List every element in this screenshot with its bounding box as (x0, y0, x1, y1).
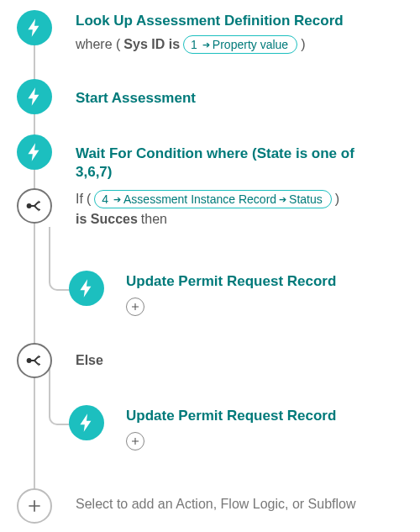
step-lookup[interactable]: Look Up Assessment Definition Record whe… (17, 10, 344, 54)
step-update-if[interactable]: Update Permit Request Record (17, 271, 336, 316)
step-add[interactable]: Select to add an Action, Flow Logic, or … (17, 488, 356, 524)
step-title: Start Assessment (76, 81, 196, 108)
action-node (17, 134, 52, 170)
data-pill[interactable]: 1 ➔ Property value (183, 35, 297, 54)
add-node[interactable] (17, 488, 52, 524)
step-title: Look Up Assessment Definition Record (76, 12, 344, 30)
step-if[interactable]: If ( 4 ➔ Assessment Instance Record ➔ St… (17, 188, 339, 227)
plus-icon (130, 302, 140, 312)
svg-point-0 (28, 204, 31, 208)
bolt-icon (24, 17, 45, 39)
else-label: Else (76, 353, 103, 368)
step-else[interactable]: Else (17, 343, 103, 378)
if-condition: If ( 4 ➔ Assessment Instance Record ➔ St… (76, 190, 339, 208)
bolt-icon (76, 412, 97, 434)
step-update-else[interactable]: Update Permit Request Record (17, 405, 336, 450)
step-start[interactable]: Start Assessment (17, 79, 196, 114)
plus-icon (130, 436, 140, 446)
plus-icon (26, 498, 43, 514)
arrow-icon: ➔ (113, 194, 121, 205)
step-title: Update Permit Request Record (126, 272, 336, 291)
step-wait[interactable]: Wait For Condition where (State is one o… (17, 134, 380, 182)
action-node (17, 10, 52, 45)
svg-marker-4 (39, 356, 41, 359)
arrow-icon: ➔ (202, 40, 210, 50)
data-pill[interactable]: 4 ➔ Assessment Instance Record ➔ Status (94, 190, 332, 208)
bolt-icon (24, 86, 45, 108)
step-title: Wait For Condition where (State is one o… (76, 136, 380, 182)
bolt-icon (24, 141, 45, 163)
step-title: Update Permit Request Record (126, 407, 336, 425)
logic-node (17, 343, 52, 378)
action-node (17, 79, 52, 114)
action-node (69, 271, 104, 306)
svg-marker-2 (39, 208, 41, 212)
branch-icon (25, 197, 44, 215)
branch-icon (25, 351, 44, 370)
svg-marker-1 (39, 201, 41, 204)
logic-node (17, 188, 52, 224)
add-step-button[interactable] (126, 298, 144, 316)
action-node (69, 405, 104, 440)
step-description: where ( Sys ID is 1 ➔ Property value ) (76, 35, 344, 54)
bolt-icon (76, 277, 97, 299)
svg-point-3 (28, 359, 31, 362)
if-condition-cont: is Succes then (76, 212, 339, 227)
add-step-button[interactable] (126, 432, 144, 450)
arrow-icon: ➔ (279, 194, 286, 205)
add-placeholder: Select to add an Action, Flow Logic, or … (52, 488, 356, 512)
svg-marker-5 (39, 363, 41, 366)
